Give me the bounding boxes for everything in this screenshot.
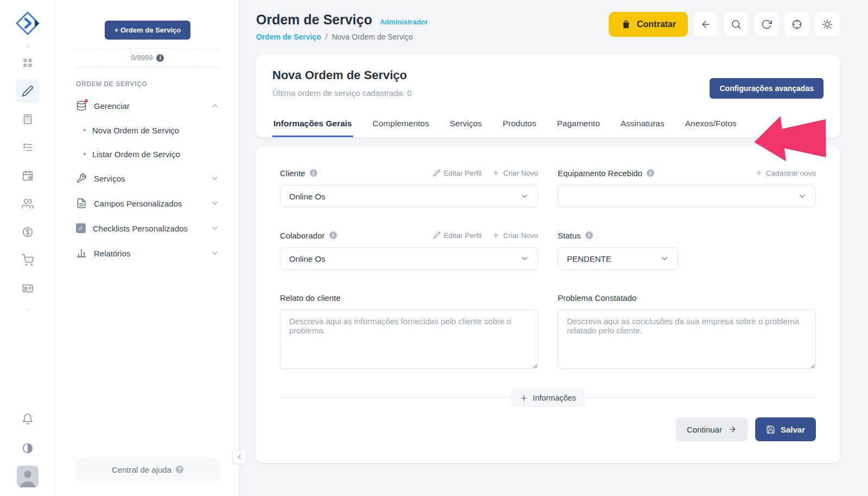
sidebar-item-nova-ordem[interactable]: Nova Ordem de Serviço [76,118,219,142]
main-content: Ordem de Serviço Administrador Ordem de … [239,0,868,496]
continuar-label: Continuar [687,425,722,434]
tab-servicos[interactable]: Serviços [449,111,483,137]
cadastrar-novo-equipamento-link[interactable]: Cadastrar novo [755,169,816,177]
status-select[interactable]: PENDENTE [558,247,678,270]
rail-item-service-orders[interactable] [16,79,40,103]
info-icon[interactable]: i [585,231,593,239]
salvar-button[interactable]: Salvar [755,417,816,441]
refresh-icon [761,19,772,30]
sidebar-item-label: Serviços [94,174,125,183]
contratar-button[interactable]: Contratar [609,12,688,37]
back-button[interactable] [693,12,718,37]
user-avatar[interactable] [17,466,39,487]
tab-pagamento[interactable]: Pagamento [556,111,601,137]
help-center-button[interactable]: Central de ajuda ? [76,458,219,481]
sidebar-item-gerenciar[interactable]: Gerenciar [76,93,219,118]
refresh-button[interactable] [754,12,779,37]
title-block: Ordem de Serviço Administrador Ordem de … [256,12,428,41]
users-icon [22,198,34,210]
relato-textarea[interactable] [280,310,538,369]
editar-perfil-cliente-link[interactable]: Editar Perfil [433,169,482,177]
rail-scroll-up[interactable] [24,42,31,48]
rail-scroll-down[interactable] [24,306,31,311]
rail-item-theme[interactable] [16,436,40,460]
colaborador-field: Colaborador i Editar Perfil [280,230,538,270]
chevron-up-icon [24,43,31,50]
save-icon [766,425,775,434]
cadastrar-novo-label: Cadastrar novo [766,169,816,177]
chevron-down-icon [210,224,219,233]
chevron-down-icon [520,192,529,201]
rail-item-tasks[interactable] [16,136,40,159]
cliente-select[interactable]: Online Os [280,185,538,208]
criar-novo-cliente-link[interactable]: Criar Novo [492,169,538,177]
gerenciar-submenu: Nova Ordem de Serviço Listar Ordem de Se… [76,118,219,166]
plus-icon [492,231,500,239]
tab-anexos-fotos[interactable]: Anexos/Fotos [684,111,738,137]
database-icon [76,100,87,111]
equipamento-label: Equipamento Recebido [558,169,642,178]
editar-perfil-colaborador-link[interactable]: Editar Perfil [433,231,482,240]
rail-item-contacts[interactable] [16,276,40,300]
bar-chart-icon [76,248,87,259]
rail-item-customers[interactable] [16,192,40,216]
sidebar-menu: Gerenciar Nova Ordem de Serviço Listar O… [76,93,219,266]
bullet-icon [84,153,86,155]
sidebar-item-campos-personalizados[interactable]: Campos Personalizados [76,191,219,216]
form-actions: Continuar Salvar [280,417,816,441]
info-icon[interactable]: i [310,169,317,177]
rail-item-finance[interactable] [16,220,40,244]
sidebar-item-label: Relatórios [94,249,131,258]
new-service-order-button[interactable]: + Ordem de Serviço [105,21,190,40]
panel-tabs: Informações Gerais Complementos Serviços… [256,111,840,138]
arrow-right-icon [728,425,737,434]
criar-novo-label: Criar Novo [503,169,538,177]
plus-icon [755,169,763,177]
cliente-select-value: Online Os [289,192,326,201]
criar-novo-colaborador-link[interactable]: Criar Novo [492,231,538,240]
tab-complementos[interactable]: Complementos [372,111,430,137]
sidebar-collapse-button[interactable] [232,450,246,464]
continuar-button[interactable]: Continuar [676,417,748,441]
shopping-bag-icon [621,19,631,30]
rail-item-schedule[interactable] [16,164,40,188]
sidebar: + Ordem de Serviço 0/9999 i ORDEM DE SER… [56,0,239,496]
colaborador-select[interactable]: Online Os [280,247,538,270]
problema-textarea[interactable] [558,310,816,369]
sidebar-item-listar-ordem[interactable]: Listar Ordem de Serviço [76,142,219,166]
target-button[interactable] [784,12,809,37]
breadcrumb-link[interactable]: Ordem de Serviço [256,33,321,41]
search-icon [731,19,742,30]
advanced-settings-button[interactable]: Configurações avançadas [710,78,824,99]
rail-item-notifications[interactable] [16,407,40,431]
tab-produtos[interactable]: Produtos [501,111,537,137]
editar-perfil-label: Editar Perfil [444,231,482,240]
sidebar-item-relatorios[interactable]: Relatórios [76,241,219,266]
chevron-down-icon [24,307,31,313]
contratar-label: Contratar [637,20,676,29]
brightness-button[interactable] [815,12,840,37]
tab-assinaturas[interactable]: Assinaturas [620,111,666,137]
problema-field: Problema Constatado [558,293,816,371]
icon-rail [0,0,56,496]
problema-label: Problema Constatado [558,293,636,302]
sun-icon [822,19,833,30]
rail-item-budget[interactable] [16,107,40,131]
arrow-left-icon [700,19,711,30]
rail-item-modules[interactable] [16,51,40,75]
add-informacoes-button[interactable]: Informações [511,389,585,407]
rail-item-sales[interactable] [16,248,40,272]
app-logo[interactable] [15,11,40,38]
info-icon[interactable]: i [156,54,164,62]
info-icon[interactable]: i [647,169,654,177]
relato-label: Relato do cliente [280,293,341,302]
equipamento-select[interactable] [558,185,816,208]
avatar-person-icon [17,466,39,487]
breadcrumb-separator: / [326,33,328,41]
sidebar-item-checklists[interactable]: ✓ Checklists Personalizados [76,216,219,241]
search-button[interactable] [724,12,749,37]
tab-informacoes-gerais[interactable]: Informações Gerais [272,111,353,137]
sidebar-item-servicos[interactable]: Serviços [76,166,219,191]
notification-dot [85,99,88,102]
info-icon[interactable]: i [329,231,337,239]
